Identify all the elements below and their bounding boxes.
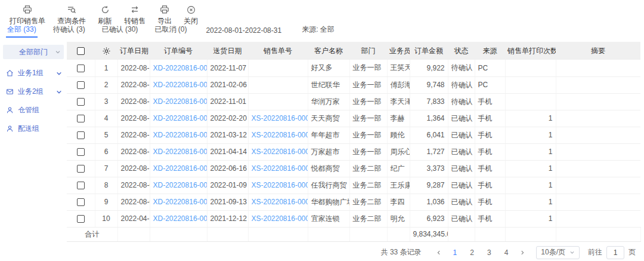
summary-cell — [556, 60, 640, 76]
salesperson-cell: 明允 — [387, 210, 410, 227]
print-count-cell: 1 — [505, 194, 556, 210]
order-date-cell: 2022-08-16 — [117, 60, 150, 76]
row-select-cell — [67, 160, 95, 177]
chevron-down-icon[interactable] — [56, 70, 62, 76]
table-row: 9 2022-08-08 XD-20220816-000010 2021-09-… — [67, 194, 640, 210]
sales-no-link[interactable] — [248, 76, 308, 93]
column-header-order-date[interactable]: 订单日期 — [117, 42, 150, 60]
column-header-source[interactable]: 来源 — [475, 42, 505, 60]
amount-cell: 9,922 — [410, 60, 448, 76]
page-button-3[interactable]: 3 — [481, 248, 498, 257]
sales-no-link[interactable]: XS-20220816-000012 — [248, 160, 308, 177]
print-count-cell: 1 — [505, 177, 556, 194]
column-header-amount[interactable]: 订单金额 — [410, 42, 448, 60]
row-checkbox[interactable] — [77, 115, 85, 122]
row-checkbox[interactable] — [77, 148, 85, 156]
table-header-row: 订单日期 订单编号 送货日期 销售单号 客户名称 部门 业务员 订单金额 状态 … — [67, 42, 640, 60]
sales-no-link[interactable]: XS-20220816-000015 — [248, 110, 308, 127]
date-range-filter[interactable]: 2022-08-01-2022-08-31 — [206, 26, 281, 38]
sidebar-item-sales-group-2[interactable]: 业务2组 — [0, 82, 67, 101]
sales-no-link[interactable]: XS-20220816-000009 — [248, 210, 308, 227]
sidebar-item-delivery-group[interactable]: 配送组 — [0, 119, 67, 138]
sales-no-link[interactable] — [248, 60, 308, 76]
amount-cell: 7,833 — [410, 93, 448, 110]
order-no-link[interactable]: XD-20220816-000018 — [150, 60, 207, 76]
row-checkbox[interactable] — [77, 198, 85, 206]
select-all-checkbox[interactable] — [77, 47, 85, 55]
customer-cell: 好又多 — [308, 60, 349, 76]
sales-no-link[interactable]: XS-20220816-000011 — [248, 177, 308, 194]
order-no-link[interactable]: XD-20220816-000011 — [150, 177, 207, 194]
row-checkbox[interactable] — [77, 131, 85, 139]
row-checkbox[interactable] — [77, 81, 85, 89]
order-no-link[interactable]: XD-20220816-000012 — [150, 160, 207, 177]
printer-icon — [23, 5, 32, 14]
source-filter[interactable]: 来源: 全部 — [302, 24, 335, 38]
summary-cell — [556, 110, 640, 127]
sales-no-link[interactable]: XS-20220816-000014 — [248, 127, 308, 143]
amount-cell: 1,727 — [410, 143, 448, 160]
transfer-to-sales-button[interactable]: 转销售 — [124, 5, 145, 26]
refresh-button[interactable]: 刷新 — [98, 5, 112, 26]
page-button-1[interactable]: 1 — [447, 248, 464, 257]
tab-all[interactable]: 全部 (33) — [6, 24, 38, 38]
query-conditions-button[interactable]: 查询条件 — [57, 5, 86, 26]
department-select[interactable]: 全部部门 — [3, 45, 64, 59]
row-select-cell — [67, 194, 95, 210]
column-header-status[interactable]: 状态 — [448, 42, 475, 60]
column-header-customer[interactable]: 客户名称 — [308, 42, 349, 60]
tab-cancelled[interactable]: 已取消 (0) — [153, 24, 188, 38]
close-button[interactable]: 关闭 — [184, 5, 198, 26]
sales-no-link[interactable]: XS-20220816-000010 — [248, 194, 308, 210]
chevron-down-icon[interactable] — [56, 89, 62, 95]
column-header-summary[interactable]: 摘要 — [556, 42, 640, 60]
order-no-link[interactable]: XD-20220816-000010 — [150, 194, 207, 210]
column-header-salesperson[interactable]: 业务员 — [387, 42, 410, 60]
export-button[interactable]: 导出 — [157, 5, 172, 26]
page-size-select[interactable]: 10条/页 — [536, 246, 580, 259]
department-cell: 业务一部 — [349, 76, 387, 93]
column-header-order-no[interactable]: 订单编号 — [150, 42, 207, 60]
sales-no-link[interactable] — [248, 93, 308, 110]
order-no-link[interactable]: XD-20220816-000015 — [150, 110, 207, 127]
summary-cell — [556, 76, 640, 93]
row-select-cell — [67, 76, 95, 93]
page-button-2[interactable]: 2 — [463, 248, 481, 257]
query-filter-icon — [67, 5, 76, 14]
row-checkbox[interactable] — [77, 182, 85, 189]
page-button-4[interactable]: 4 — [498, 248, 515, 257]
tab-pending-confirm[interactable]: 待确认 (3) — [52, 24, 86, 38]
order-no-link[interactable]: XD-20220816-000013 — [150, 143, 207, 160]
department-cell: 业务一部 — [349, 127, 387, 143]
table-row: 2 2022-08-15 XD-20220816-000017 2021-02-… — [67, 76, 640, 93]
sales-no-link[interactable]: XS-20220816-000013 — [248, 143, 308, 160]
amount-cell: 3,373 — [410, 160, 448, 177]
row-checkbox[interactable] — [77, 65, 85, 72]
print-count-cell — [505, 93, 556, 110]
source-cell: 手机 — [475, 127, 505, 143]
status-tabbar: 全部 (33) 待确认 (3) 已确认 (30) 已取消 (0) 2022-08… — [0, 24, 644, 38]
column-header-department[interactable]: 部门 — [349, 42, 387, 60]
goto-page-input[interactable] — [606, 246, 624, 259]
status-cell: 已确认 — [448, 160, 475, 177]
order-no-link[interactable]: XD-20220816-000009 — [150, 210, 207, 227]
sidebar-item-warehouse-group[interactable]: 仓管组 — [0, 101, 67, 119]
row-checkbox[interactable] — [77, 215, 85, 223]
tab-confirmed[interactable]: 已确认 (30) — [101, 24, 140, 38]
next-page-button[interactable] — [515, 250, 530, 256]
order-no-link[interactable]: XD-20220816-000014 — [150, 127, 207, 143]
prev-page-button[interactable] — [431, 250, 447, 256]
row-checkbox[interactable] — [77, 165, 85, 173]
order-no-link[interactable]: XD-20220816-000017 — [150, 76, 207, 93]
gear-icon[interactable] — [102, 47, 111, 56]
column-header-delivery-date[interactable]: 送货日期 — [207, 42, 248, 60]
row-checkbox[interactable] — [77, 98, 85, 106]
summary-cell — [556, 177, 640, 194]
delivery-date-cell: 2022-06-16 — [207, 160, 248, 177]
print-sales-order-button[interactable]: 打印销售单 — [10, 5, 45, 26]
order-no-link[interactable]: XD-20220816-000016 — [150, 93, 207, 110]
department-cell: 业务二部 — [349, 210, 387, 227]
column-header-print-count[interactable]: 销售单打印次数 — [505, 42, 556, 60]
column-header-sales-no[interactable]: 销售单号 — [248, 42, 308, 60]
sidebar-item-sales-group-1[interactable]: 业务1组 — [0, 64, 67, 82]
